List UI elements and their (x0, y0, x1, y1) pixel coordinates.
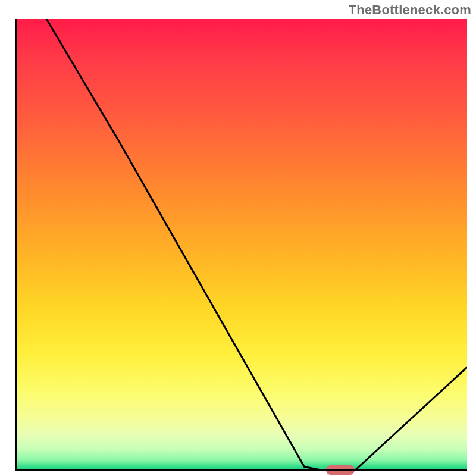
stage: TheBottleneck.com (0, 0, 476, 476)
bottleneck-curve (15, 19, 467, 471)
current-configuration-marker (326, 465, 355, 475)
plot-area (15, 19, 467, 471)
watermark-text: TheBottleneck.com (349, 2, 471, 18)
